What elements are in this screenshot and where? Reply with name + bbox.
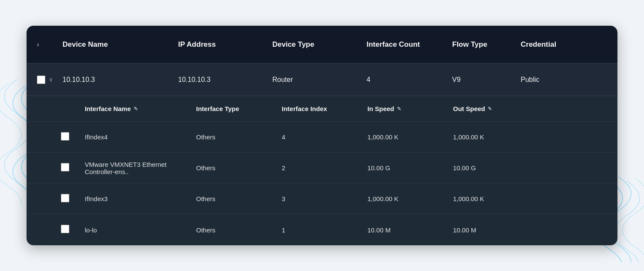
in-speed-edit-icon[interactable]: ✎ bbox=[397, 106, 401, 112]
interface-row: IfIndex4 Others 4 1,000.00 K 1,000.00 K bbox=[27, 122, 617, 153]
sub-header-in-speed: In Speed ✎ bbox=[367, 105, 453, 112]
out-speed-cell: 1,000.00 K bbox=[453, 195, 539, 202]
interface-row: VMware VMXNET3 Ethernet Controller-ens..… bbox=[27, 153, 617, 184]
interface-name-cell: IfIndex3 bbox=[85, 195, 196, 202]
interface-row: lo-lo Others 1 10.00 M 10.00 M bbox=[27, 214, 617, 245]
device-credential-cell: Public bbox=[521, 76, 589, 84]
device-row[interactable]: ∨ 10.10.10.3 10.10.10.3 Router 4 V9 Publ… bbox=[27, 63, 617, 96]
interface-name-edit-icon[interactable]: ✎ bbox=[134, 106, 138, 112]
interface-type-cell: Others bbox=[196, 164, 282, 172]
interface-index-cell: 4 bbox=[282, 133, 367, 141]
header-expand-col: › bbox=[37, 41, 63, 48]
device-name-cell: 10.10.10.3 bbox=[63, 76, 178, 84]
header-credential: Credential bbox=[521, 40, 589, 49]
header-ip-address: IP Address bbox=[178, 40, 272, 49]
header-flow-type: Flow Type bbox=[452, 40, 521, 49]
sub-header-interface-type: Interface Type bbox=[196, 105, 282, 112]
device-expand-col: ∨ bbox=[37, 75, 63, 84]
header-device-type: Device Type bbox=[272, 40, 367, 49]
in-speed-cell: 10.00 G bbox=[367, 164, 453, 172]
row-check-col bbox=[61, 163, 85, 173]
interface-index-cell: 2 bbox=[282, 164, 367, 172]
in-speed-cell: 10.00 M bbox=[367, 226, 453, 234]
header-device-name: Device Name bbox=[63, 40, 178, 49]
main-table: › Device Name IP Address Device Type Int… bbox=[27, 26, 617, 245]
interface-name-cell: IfIndex4 bbox=[85, 133, 196, 141]
interface-checkbox[interactable] bbox=[61, 132, 69, 141]
row-check-col bbox=[61, 225, 85, 235]
in-speed-cell: 1,000.00 K bbox=[367, 133, 453, 141]
interface-type-cell: Others bbox=[196, 226, 282, 234]
table-header: › Device Name IP Address Device Type Int… bbox=[27, 26, 617, 63]
interface-index-cell: 1 bbox=[282, 226, 367, 234]
in-speed-cell: 1,000.00 K bbox=[367, 195, 453, 202]
row-check-col bbox=[61, 194, 85, 204]
device-interface-count-cell: 4 bbox=[367, 76, 452, 84]
interface-checkbox[interactable] bbox=[61, 163, 69, 172]
interface-type-cell: Others bbox=[196, 133, 282, 141]
interface-name-cell: lo-lo bbox=[85, 226, 196, 234]
interface-rows-container: IfIndex4 Others 4 1,000.00 K 1,000.00 K … bbox=[27, 122, 617, 245]
sub-header-interface-name: Interface Name ✎ bbox=[85, 105, 196, 112]
interface-checkbox[interactable] bbox=[61, 194, 69, 202]
row-check-col bbox=[61, 132, 85, 142]
out-speed-cell: 1,000.00 K bbox=[453, 133, 539, 141]
chevron-down-icon[interactable]: ∨ bbox=[49, 76, 53, 83]
sub-table-header: Interface Name ✎ Interface Type Interfac… bbox=[27, 96, 617, 122]
interface-checkbox[interactable] bbox=[61, 225, 69, 233]
interface-sub-table: Interface Name ✎ Interface Type Interfac… bbox=[27, 96, 617, 245]
out-speed-edit-icon[interactable]: ✎ bbox=[488, 106, 492, 112]
out-speed-cell: 10.00 M bbox=[453, 226, 539, 234]
sub-header-interface-index: Interface Index bbox=[282, 105, 367, 112]
device-ip-cell: 10.10.10.3 bbox=[178, 76, 272, 84]
header-interface-count: Interface Count bbox=[367, 40, 452, 49]
device-checkbox[interactable] bbox=[37, 75, 45, 84]
expand-icon: › bbox=[37, 41, 39, 48]
interface-type-cell: Others bbox=[196, 195, 282, 202]
out-speed-cell: 10.00 G bbox=[453, 164, 539, 172]
sub-header-out-speed: Out Speed ✎ bbox=[453, 105, 539, 112]
device-flow-type-cell: V9 bbox=[452, 76, 521, 84]
interface-name-cell: VMware VMXNET3 Ethernet Controller-ens.. bbox=[85, 161, 196, 175]
interface-index-cell: 3 bbox=[282, 195, 367, 202]
interface-row: IfIndex3 Others 3 1,000.00 K 1,000.00 K bbox=[27, 184, 617, 214]
device-type-cell: Router bbox=[272, 76, 367, 84]
